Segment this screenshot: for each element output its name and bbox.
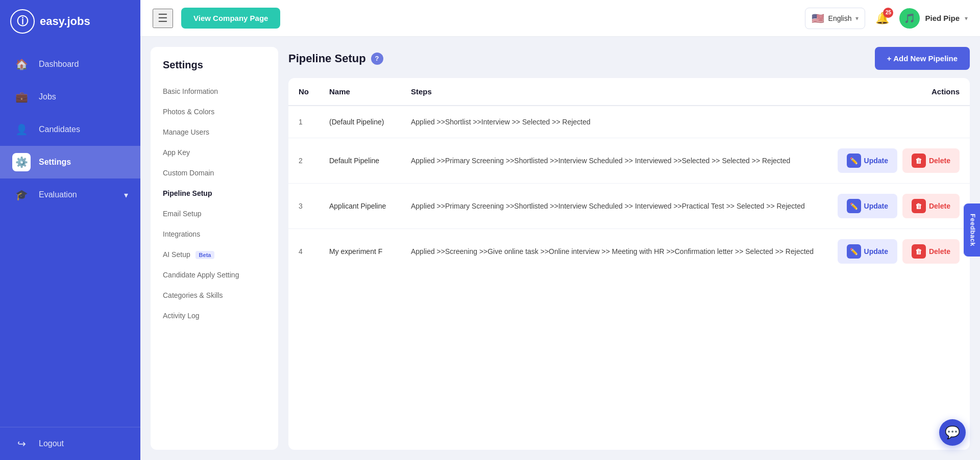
cell-actions-1: ✏️ Update 🗑 Delete	[827, 138, 970, 184]
settings-item-integrations[interactable]: Integrations	[151, 224, 278, 244]
cell-name-0: (Default Pipeline)	[319, 106, 401, 138]
action-buttons-2: ✏️ Update 🗑 Delete	[838, 194, 960, 218]
update-icon-3: ✏️	[847, 244, 861, 259]
sidebar-label-dashboard: Dashboard	[39, 60, 79, 69]
cell-name-1: Default Pipeline	[319, 138, 401, 184]
table-row: 2 Default Pipeline Applied >>Primary Scr…	[288, 138, 970, 184]
delete-icon-3: 🗑	[912, 244, 926, 259]
update-icon-1: ✏️	[847, 154, 861, 168]
sidebar: ⓘ easy.jobs 🏠 Dashboard 💼 Jobs 👤 Candida…	[0, 0, 140, 460]
ai-setup-beta-badge: Beta	[195, 251, 215, 259]
logout-icon: ↪	[12, 435, 31, 453]
delete-icon-2: 🗑	[912, 199, 926, 213]
settings-item-custom-domain[interactable]: Custom Domain	[151, 163, 278, 183]
cell-steps-3: Applied >>Screening >>Give online task >…	[401, 229, 827, 274]
cell-name-3: My experiment F	[319, 229, 401, 274]
sidebar-item-candidates[interactable]: 👤 Candidates	[0, 113, 140, 146]
action-buttons-3: ✏️ Update 🗑 Delete	[838, 239, 960, 264]
cell-no-0: 1	[288, 106, 319, 138]
col-no: No	[288, 78, 319, 106]
table-row: 3 Applicant Pipeline Applied >>Primary S…	[288, 184, 970, 229]
update-button-1[interactable]: ✏️ Update	[838, 148, 897, 173]
view-company-button[interactable]: View Company Page	[181, 8, 280, 29]
settings-item-manage-users[interactable]: Manage Users	[151, 122, 278, 142]
topbar-right: 🇺🇸 English ▾ 🔔 25 🎵 Pied Pipe ▾	[805, 8, 968, 29]
cell-actions-2: ✏️ Update 🗑 Delete	[827, 184, 970, 229]
sidebar-item-settings[interactable]: ⚙️ Settings	[0, 146, 140, 178]
candidates-icon: 👤	[12, 120, 31, 139]
settings-item-activity-log[interactable]: Activity Log	[151, 305, 278, 326]
chat-button[interactable]: 💬	[939, 419, 966, 446]
col-name: Name	[319, 78, 401, 106]
settings-item-pipeline-setup[interactable]: Pipeline Setup	[151, 183, 278, 203]
sidebar-label-settings: Settings	[39, 158, 71, 167]
home-icon: 🏠	[12, 55, 31, 73]
settings-item-email-setup[interactable]: Email Setup	[151, 203, 278, 224]
cell-steps-0: Applied >>Shortlist >>Interview >> Selec…	[401, 106, 827, 138]
flag-icon: 🇺🇸	[812, 12, 824, 24]
pipeline-table: No Name Steps Actions 1 (Default Pipelin…	[288, 78, 970, 450]
feedback-tab[interactable]: Feedback	[964, 203, 980, 257]
settings-sidebar-title: Settings	[151, 59, 278, 81]
content-area: Settings Basic Information Photos & Colo…	[140, 37, 980, 460]
sidebar-item-jobs[interactable]: 💼 Jobs	[0, 81, 140, 113]
delete-button-2[interactable]: 🗑 Delete	[902, 194, 960, 218]
pipeline-data-table: No Name Steps Actions 1 (Default Pipelin…	[288, 78, 970, 274]
settings-item-app-key[interactable]: App Key	[151, 142, 278, 163]
cell-no-1: 2	[288, 138, 319, 184]
delete-button-1[interactable]: 🗑 Delete	[902, 148, 960, 173]
settings-item-categories-skills[interactable]: Categories & Skills	[151, 285, 278, 305]
update-button-3[interactable]: ✏️ Update	[838, 239, 897, 264]
logout-label: Logout	[39, 439, 64, 448]
notification-badge: 25	[883, 8, 893, 18]
cell-no-3: 4	[288, 229, 319, 274]
action-buttons-1: ✏️ Update 🗑 Delete	[838, 148, 960, 173]
delete-button-3[interactable]: 🗑 Delete	[902, 239, 960, 264]
help-icon[interactable]: ?	[371, 53, 383, 65]
pipeline-title: Pipeline Setup	[288, 52, 366, 65]
evaluation-icon: 🎓	[12, 186, 31, 204]
delete-icon-1: 🗑	[912, 154, 926, 168]
table-header-row: No Name Steps Actions	[288, 78, 970, 106]
table-row: 4 My experiment F Applied >>Screening >>…	[288, 229, 970, 274]
evaluation-chevron-icon: ▾	[124, 190, 128, 200]
add-pipeline-button[interactable]: + Add New Pipeline	[875, 47, 970, 70]
topbar: ☰ View Company Page 🇺🇸 English ▾ 🔔 25 🎵 …	[140, 0, 980, 37]
settings-item-basic-information[interactable]: Basic Information	[151, 81, 278, 101]
lang-chevron-icon: ▾	[855, 15, 859, 22]
chat-icon: 💬	[945, 425, 960, 440]
cell-steps-1: Applied >>Primary Screening >>Shortliste…	[401, 138, 827, 184]
table-row: 1 (Default Pipeline) Applied >>Shortlist…	[288, 106, 970, 138]
settings-item-candidate-apply[interactable]: Candidate Apply Setting	[151, 265, 278, 285]
pipeline-title-group: Pipeline Setup ?	[288, 52, 383, 65]
notification-button[interactable]: 🔔 25	[875, 12, 889, 25]
user-avatar: 🎵	[899, 8, 920, 29]
jobs-icon: 💼	[12, 88, 31, 106]
update-button-2[interactable]: ✏️ Update	[838, 194, 897, 218]
sidebar-label-jobs: Jobs	[39, 92, 56, 101]
settings-icon: ⚙️	[12, 153, 31, 171]
hamburger-button[interactable]: ☰	[153, 9, 173, 28]
sidebar-item-evaluation[interactable]: 🎓 Evaluation ▾	[0, 178, 140, 211]
main-area: ☰ View Company Page 🇺🇸 English ▾ 🔔 25 🎵 …	[140, 0, 980, 460]
cell-actions-0	[827, 106, 970, 138]
sidebar-item-dashboard[interactable]: 🏠 Dashboard	[0, 48, 140, 81]
sidebar-logo: ⓘ easy.jobs	[0, 0, 140, 43]
user-menu[interactable]: 🎵 Pied Pipe ▾	[899, 8, 968, 29]
settings-item-photos-colors[interactable]: Photos & Colors	[151, 101, 278, 122]
col-steps: Steps	[401, 78, 827, 106]
sidebar-label-candidates: Candidates	[39, 125, 80, 134]
col-actions: Actions	[827, 78, 970, 106]
settings-item-ai-setup[interactable]: AI Setup Beta	[151, 244, 278, 265]
language-selector[interactable]: 🇺🇸 English ▾	[805, 8, 866, 29]
logout-button[interactable]: ↪ Logout	[0, 427, 140, 460]
pipeline-header: Pipeline Setup ? + Add New Pipeline	[288, 47, 970, 70]
cell-name-2: Applicant Pipeline	[319, 184, 401, 229]
cell-steps-2: Applied >>Primary Screening >>Shortliste…	[401, 184, 827, 229]
sidebar-nav: 🏠 Dashboard 💼 Jobs 👤 Candidates ⚙️ Setti…	[0, 43, 140, 427]
language-label: English	[828, 14, 852, 22]
sidebar-label-evaluation: Evaluation	[39, 190, 77, 199]
cell-no-2: 3	[288, 184, 319, 229]
cell-actions-3: ✏️ Update 🗑 Delete	[827, 229, 970, 274]
logo-icon: ⓘ	[10, 9, 35, 34]
